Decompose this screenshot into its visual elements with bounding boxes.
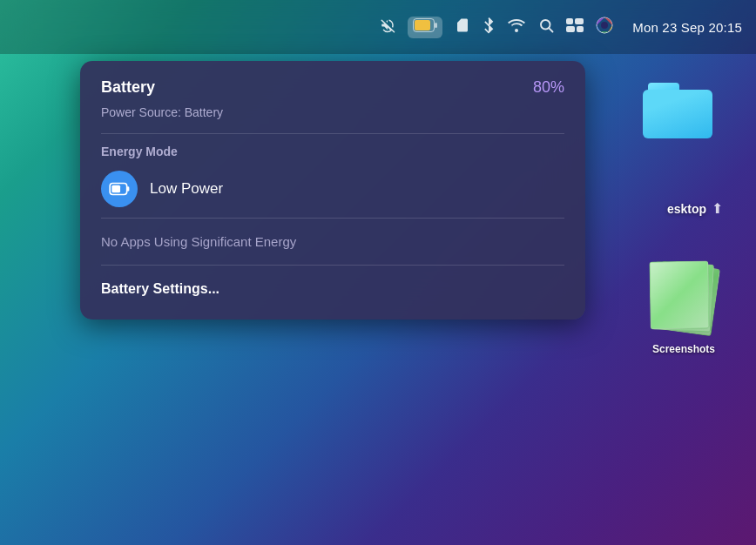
divider-3 [101,265,564,266]
screenshots-item[interactable]: Screenshots [650,261,718,355]
mute-icon[interactable] [380,17,395,37]
svg-point-10 [601,22,608,29]
energy-mode-row[interactable]: Low Power [101,171,564,207]
color-wheel-icon[interactable] [596,17,613,38]
svg-rect-6 [575,18,584,24]
folder-body [643,90,712,138]
control-center-icon[interactable] [566,18,584,37]
menubar: Mon 23 Sep 20:15 [0,0,756,54]
svg-rect-5 [566,18,573,24]
desktop-label: esktop [667,202,706,216]
svg-line-4 [550,28,553,31]
sim-icon[interactable] [455,17,470,37]
svg-rect-8 [577,26,584,32]
screenshot-card-3 [649,260,709,329]
cloud-upload-icon: ⬆ [712,200,723,217]
divider-1 [101,133,564,134]
bluetooth-icon[interactable] [483,17,495,38]
divider-2 [101,218,564,219]
svg-rect-1 [415,20,430,30]
svg-rect-13 [127,186,130,191]
low-power-icon [101,171,138,207]
battery-menu-icon[interactable] [408,17,442,38]
screenshots-stack [650,261,718,340]
search-icon[interactable] [538,17,554,37]
battery-panel: Battery 80% Power Source: Battery Energy… [80,61,585,320]
battery-title: Battery [101,78,155,97]
energy-mode-label: Energy Mode [101,145,564,158]
menubar-icons: Mon 23 Sep 20:15 [380,17,742,38]
energy-mode-value: Low Power [150,180,223,198]
svg-rect-7 [566,26,575,32]
folder-icon [643,83,712,138]
desktop-label-area: esktop ⬆ [667,200,723,217]
screenshots-label: Screenshots [652,343,715,355]
battery-header: Battery 80% [101,78,564,97]
battery-settings-button[interactable]: Battery Settings... [101,276,564,302]
svg-rect-2 [435,23,437,28]
battery-percent: 80% [533,78,564,97]
svg-rect-12 [111,185,120,193]
power-source-text: Power Source: Battery [101,105,564,119]
wifi-icon[interactable] [507,18,526,37]
no-apps-text: No Apps Using Significant Energy [101,229,564,254]
folder-item[interactable] [643,83,712,138]
datetime-display: Mon 23 Sep 20:15 [632,20,742,35]
